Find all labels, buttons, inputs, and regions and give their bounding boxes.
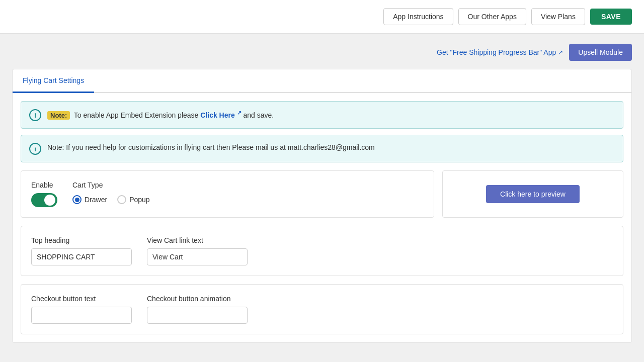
embed-extension-link[interactable]: Click Here ↗ [200,111,243,119]
heading-viewcart-card: Top heading View Cart link text [21,226,623,276]
app-instructions-button[interactable]: App Instructions [383,8,453,25]
cart-type-group: Cart Type Drawer Popup [72,181,150,204]
upsell-module-button[interactable]: Upsell Module [569,44,632,61]
enable-toggle-container [31,193,57,207]
cart-type-label: Cart Type [72,181,150,189]
settings-body: i Note: To enable App Embed Extension pl… [13,93,631,342]
radio-circle-popup [117,195,126,204]
form-row-2: Top heading View Cart link text [31,236,613,265]
other-apps-button[interactable]: Our Other Apps [458,8,526,25]
view-cart-group: View Cart link text [147,236,248,265]
view-cart-label: View Cart link text [147,236,248,244]
notice-customization-help: i Note: If you need help for customizati… [21,135,623,162]
note-badge: Note: [47,111,70,120]
info-icon: i [29,109,41,121]
view-plans-button[interactable]: View Plans [531,8,585,25]
tab-flying-cart-settings[interactable]: Flying Cart Settings [13,69,94,93]
main-content: Get "Free Shipping Progress Bar" App ↗ U… [0,34,644,362]
free-shipping-link[interactable]: Get "Free Shipping Progress Bar" App ↗ [437,48,563,56]
checkout-card: Checkout button text Checkout button ani… [21,284,623,334]
cards-row-2: Top heading View Cart link text [21,226,623,276]
checkout-animation-label: Checkout button animation [147,295,248,303]
top-bar: Get "Free Shipping Progress Bar" App ↗ U… [12,44,632,61]
popup-label: Popup [129,196,149,204]
form-row-1: Enable Cart Type [31,181,424,207]
notice-text-2: Note: If you need help for customization… [47,142,375,153]
external-link-icon-2: ↗ [237,110,242,116]
tabs-container: Flying Cart Settings i Note: To enable A… [12,69,632,343]
form-row-3: Checkout button text Checkout button ani… [31,295,613,324]
view-cart-input[interactable] [147,248,248,265]
notice-text-1: Note: To enable App Embed Extension plea… [47,109,274,121]
top-heading-group: Top heading [31,236,132,265]
preview-card: Click here to preview [442,170,623,218]
enable-group: Enable [31,181,57,207]
enable-cart-type-card: Enable Cart Type [21,170,434,218]
checkout-button-text-input[interactable] [31,307,132,324]
radio-popup[interactable]: Popup [117,195,149,204]
drawer-label: Drawer [85,196,107,204]
tabs-header: Flying Cart Settings [13,69,631,93]
top-heading-label: Top heading [31,236,132,244]
info-icon-2: i [29,143,41,155]
notice-embed-extension: i Note: To enable App Embed Extension pl… [21,101,623,129]
radio-drawer[interactable]: Drawer [72,195,107,204]
checkout-button-text-group: Checkout button text [31,295,132,324]
preview-button[interactable]: Click here to preview [486,185,580,203]
app-header: App Instructions Our Other Apps View Pla… [0,0,644,34]
cart-type-options: Drawer Popup [72,195,150,204]
toggle-slider [31,193,57,207]
cards-row-1: Enable Cart Type [21,170,623,218]
enable-toggle[interactable] [31,193,57,207]
checkout-animation-input[interactable] [147,307,248,324]
top-heading-input[interactable] [31,248,132,265]
save-button[interactable]: SAVE [590,9,632,25]
radio-circle-drawer [72,195,82,204]
checkout-animation-group: Checkout button animation [147,295,248,324]
enable-label: Enable [31,181,57,189]
external-link-icon: ↗ [558,49,563,56]
checkout-button-text-label: Checkout button text [31,295,132,303]
